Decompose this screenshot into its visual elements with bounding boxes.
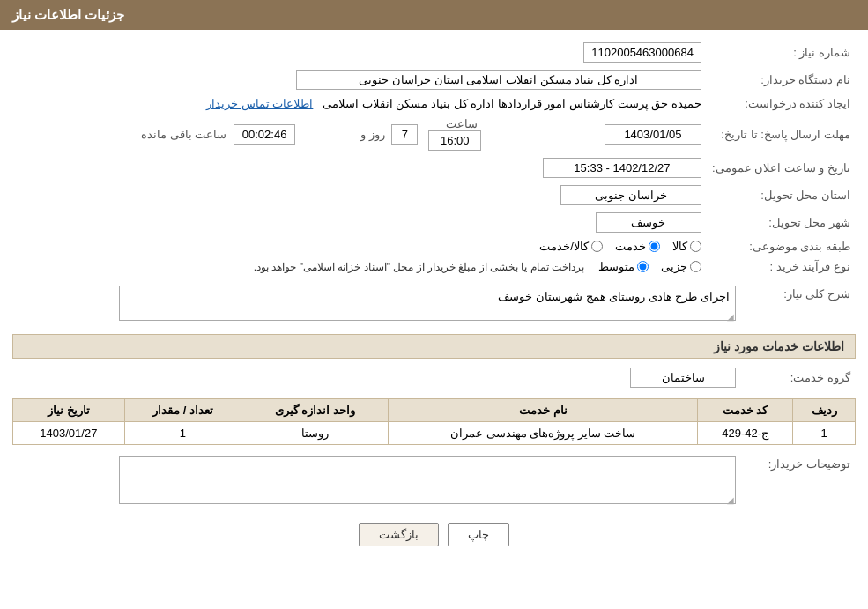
purchase-motavaset: متوسط — [598, 260, 649, 273]
creator-value: حمیده حق پرست کارشناس امور قراردادها ادا… — [12, 93, 707, 114]
buyer-desc-textarea[interactable] — [119, 456, 736, 504]
table-cell-unit: روستا — [241, 422, 389, 445]
resize-icon: ◢ — [727, 312, 734, 322]
province-display: خراسان جنوبی — [560, 185, 701, 205]
reply-days-value: 7 — [391, 124, 418, 145]
category-khadamat: خدمت — [615, 240, 660, 253]
buyer-desc-label: توضیحات خریدار: — [741, 452, 856, 510]
city-value: خوسف — [12, 209, 707, 236]
print-button[interactable]: چاپ — [448, 523, 509, 546]
back-button[interactable]: بازگشت — [359, 523, 439, 546]
category-kala-radio[interactable] — [690, 241, 701, 252]
col-service-code: کد خدمت — [698, 399, 793, 422]
category-kala-khadamat-radio[interactable] — [591, 241, 603, 252]
need-number-row: شماره نیاز : 1102005463000684 — [12, 39, 856, 66]
col-quantity: تعداد / مقدار — [124, 399, 241, 422]
purchase-jozvi-label: جزیی — [661, 260, 687, 273]
reply-date-cell: 1403/01/05 — [486, 114, 707, 154]
col-row-num: ردیف — [793, 399, 856, 422]
purchase-motavaset-radio[interactable] — [637, 261, 649, 272]
general-desc-textarea[interactable] — [119, 286, 736, 321]
content-area: شماره نیاز : 1102005463000684 نام دستگاه… — [0, 30, 868, 564]
services-table-head: ردیف کد خدمت نام خدمت واحد اندازه گیری ت… — [13, 399, 856, 422]
reply-date-value: 1403/01/05 — [605, 124, 701, 145]
creator-row: ایجاد کننده درخواست: حمیده حق پرست کارشن… — [12, 93, 856, 114]
category-kala-khadamat-label: کالا/خدمت — [539, 240, 589, 253]
resize-icon-2: ◢ — [727, 495, 734, 505]
purchase-type-row: نوع فرآیند خرید : جزیی متوسط — [12, 256, 856, 277]
need-number-label: شماره نیاز : — [707, 39, 856, 66]
need-number-display: 1102005463000684 — [583, 42, 701, 63]
buyer-org-row: نام دستگاه خریدار: اداره کل بنیاد مسکن ا… — [12, 66, 856, 93]
reply-remaining-value: 00:02:46 — [234, 124, 295, 145]
category-kala: کالا — [672, 240, 701, 253]
category-row: طبقه بندی موضوعی: کالا خدمت — [12, 236, 856, 256]
category-khadamat-label: خدمت — [615, 240, 646, 253]
general-desc-label: شرح کلی نیاز: — [741, 282, 856, 327]
buyer-desc-row: توضیحات خریدار: ◢ — [12, 452, 856, 510]
col-service-name: نام خدمت — [389, 399, 698, 422]
reply-days-label: روز و — [360, 128, 385, 141]
purchase-jozvi: جزیی — [661, 260, 701, 273]
buyer-org-display: اداره کل بنیاد مسکن انقلاب اسلامی استان … — [296, 70, 701, 90]
service-group-table: گروه خدمت: ساختمان — [12, 364, 856, 391]
announce-date-label: تاریخ و ساعت اعلان عمومی: — [707, 154, 856, 182]
announce-date-display: 1402/12/27 - 15:33 — [543, 158, 701, 178]
table-row: 1ج-42-429ساخت سایر پروژه‌های مهندسی عمرا… — [13, 422, 856, 445]
city-label: شهر محل تحویل: — [707, 209, 856, 236]
category-options-cell: کالا خدمت کالا/خدمت — [12, 236, 707, 256]
general-desc-value-cell: ◢ — [12, 282, 741, 327]
category-khadamat-radio[interactable] — [649, 241, 660, 252]
reply-remaining-label: ساعت باقی مانده — [141, 128, 226, 141]
purchase-type-radio-group: جزیی متوسط — [598, 260, 701, 273]
buyer-org-label: نام دستگاه خریدار: — [707, 66, 856, 93]
page-title: جزئیات اطلاعات نیاز — [12, 7, 124, 22]
col-date: تاریخ نیاز — [13, 399, 125, 422]
purchase-motavaset-label: متوسط — [598, 260, 634, 273]
creator-text: حمیده حق پرست کارشناس امور قراردادها ادا… — [323, 97, 701, 110]
province-value: خراسان جنوبی — [12, 182, 707, 209]
reply-time-value: 16:00 — [428, 130, 481, 151]
city-display: خوسف — [596, 212, 701, 233]
general-desc-row: شرح کلی نیاز: ◢ — [12, 282, 856, 327]
page-wrapper: جزئیات اطلاعات نیاز شماره نیاز : 1102005… — [0, 0, 868, 609]
purchase-jozvi-radio[interactable] — [690, 261, 701, 272]
general-desc-wrap: ◢ — [18, 286, 736, 323]
service-group-value-cell: ساختمان — [12, 364, 741, 391]
province-label: استان محل تحویل: — [707, 182, 856, 209]
purchase-type-group: جزیی متوسط پرداخت تمام یا بخشی از مبلغ خ… — [18, 260, 701, 273]
table-cell-row_num: 1 — [793, 422, 856, 445]
col-unit: واحد اندازه گیری — [241, 399, 389, 422]
reply-deadline-label: مهلت ارسال پاسخ: تا تاریخ: — [707, 114, 856, 154]
table-cell-service_name: ساخت سایر پروژه‌های مهندسی عمران — [389, 422, 698, 445]
reply-time-label: ساعت — [446, 117, 478, 130]
purchase-type-cell: جزیی متوسط پرداخت تمام یا بخشی از مبلغ خ… — [12, 256, 707, 277]
province-row: استان محل تحویل: خراسان جنوبی — [12, 182, 856, 209]
category-kala-label: کالا — [672, 240, 687, 253]
button-area: چاپ بازگشت — [12, 523, 856, 546]
service-group-label: گروه خدمت: — [741, 364, 856, 391]
table-cell-quantity: 1 — [124, 422, 241, 445]
purchase-type-label: نوع فرآیند خرید : — [707, 256, 856, 277]
creator-label: ایجاد کننده درخواست: — [707, 93, 856, 114]
buyer-desc-table: توضیحات خریدار: ◢ — [12, 452, 856, 510]
table-cell-date: 1403/01/27 — [13, 422, 125, 445]
category-label: طبقه بندی موضوعی: — [707, 236, 856, 256]
services-section-title: اطلاعات خدمات مورد نیاز — [12, 334, 856, 359]
buyer-desc-value-cell: ◢ — [12, 452, 741, 510]
services-table-body: 1ج-42-429ساخت سایر پروژه‌های مهندسی عمرا… — [13, 422, 856, 445]
announce-date-value: 1402/12/27 - 15:33 — [12, 154, 707, 182]
info-table: شماره نیاز : 1102005463000684 نام دستگاه… — [12, 39, 856, 277]
category-radio-group: کالا خدمت کالا/خدمت — [18, 240, 701, 253]
buyer-org-value: اداره کل بنیاد مسکن انقلاب اسلامی استان … — [12, 66, 707, 93]
category-kala-khadamat: کالا/خدمت — [539, 240, 603, 253]
general-desc-table: شرح کلی نیاز: ◢ — [12, 282, 856, 327]
page-header: جزئیات اطلاعات نیاز — [0, 0, 868, 30]
services-table-header-row: ردیف کد خدمت نام خدمت واحد اندازه گیری ت… — [13, 399, 856, 422]
need-number-value: 1102005463000684 — [486, 39, 707, 66]
contact-link[interactable]: اطلاعات تماس خریدار — [206, 97, 313, 110]
service-group-display: ساختمان — [630, 368, 736, 388]
announce-date-row: مهلت ارسال پاسخ: تا تاریخ: 1403/01/05 سا… — [12, 114, 856, 154]
purchase-type-note: پرداخت تمام یا بخشی از مبلغ خریدار از مح… — [254, 261, 584, 273]
buyer-desc-wrap: ◢ — [18, 456, 736, 507]
